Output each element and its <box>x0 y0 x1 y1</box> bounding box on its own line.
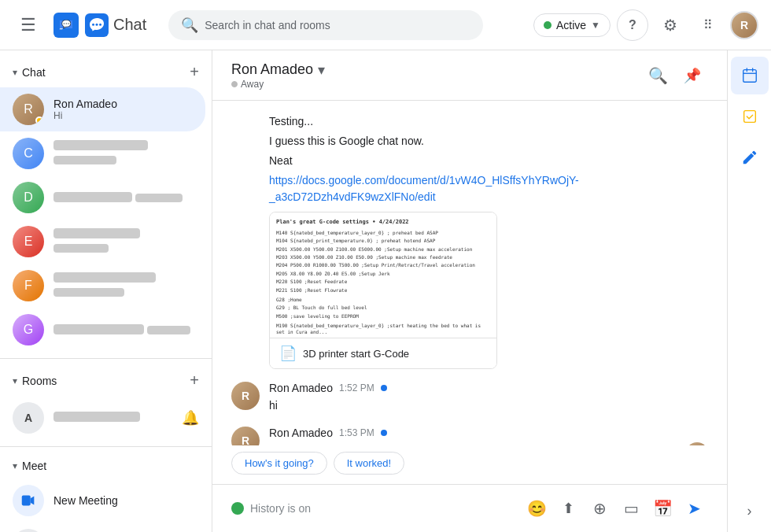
svg-point-3 <box>92 23 94 25</box>
upload-button[interactable]: ⬆ <box>554 494 582 523</box>
message-group: R Ron Amadeo 1:52 PM hi <box>231 382 708 414</box>
send-button[interactable]: ➤ <box>680 494 708 523</box>
chip-it-worked[interactable]: It worked! <box>334 452 404 475</box>
calendar-app-icon[interactable] <box>731 57 769 94</box>
new-meeting-item[interactable]: New Meeting <box>0 478 212 523</box>
emoji-button[interactable]: 😊 <box>522 494 551 523</box>
room-info <box>53 412 172 424</box>
rooms-section-header[interactable]: ▾ Rooms + <box>0 365 212 396</box>
chat-item[interactable]: R Ron Amadeo Hi <box>0 87 205 131</box>
add-room-button[interactable]: + <box>190 371 199 390</box>
tasks-app-icon[interactable] <box>731 98 769 135</box>
message-link[interactable]: https://docs.google.com/document/d/1vW4O… <box>269 172 708 205</box>
chat-section-header[interactable]: ▾ Chat + <box>0 57 212 87</box>
message-group: Testing... I guess this is Google chat n… <box>231 113 708 369</box>
chat-header-info: Ron Amadeo ▾ Away <box>231 61 642 90</box>
room-notify-icon[interactable]: 🔔 <box>182 409 199 427</box>
message-time: 1:53 PM <box>339 427 374 438</box>
chat-avatar: C <box>13 138 44 169</box>
chat-item[interactable]: F <box>0 264 205 308</box>
sender-avatar: R <box>231 427 260 445</box>
search-chat-button[interactable]: 🔍 <box>642 60 673 91</box>
svg-point-5 <box>99 23 101 25</box>
meet-chevron: ▾ <box>13 460 17 471</box>
status-button[interactable]: Active ▼ <box>533 13 611 37</box>
status-indicator <box>544 21 552 29</box>
message-group: R Ron Amadeo 1:53 PM Hi R <box>231 427 708 445</box>
messages-container: Testing... I guess this is Google chat n… <box>212 101 727 445</box>
message-text: Testing... <box>269 113 708 130</box>
search-icon: 🔍 <box>181 17 198 34</box>
status-label: Active <box>556 19 586 31</box>
avatar-initials: R <box>740 19 748 31</box>
doc-preview[interactable]: Plan's great G-code settings • 4/24/2022… <box>269 212 497 369</box>
input-actions: 😊 ⬆ ⊕ ▭ 📅 ➤ <box>522 494 708 523</box>
doc-icon: 📄 <box>279 345 297 362</box>
chat-logo-icon: 💬 <box>53 13 79 38</box>
chat-info <box>53 323 193 337</box>
expand-right-button[interactable]: › <box>741 497 758 526</box>
rooms-section-label: Rooms <box>22 375 57 387</box>
chat-section-label: Chat <box>22 66 46 79</box>
room-item[interactable]: A 🔔 <box>0 396 212 440</box>
add-chat-button[interactable]: + <box>190 63 199 81</box>
chat-avatar: G <box>13 314 44 345</box>
svg-rect-6 <box>22 496 31 506</box>
join-meeting-item[interactable]: Join a meeting <box>0 523 212 532</box>
chip-hows-it-going[interactable]: How's it going? <box>231 452 327 475</box>
chat-item[interactable]: G <box>0 308 205 352</box>
chat-avatar: F <box>13 270 44 301</box>
calendar-button[interactable]: 📅 <box>648 494 677 523</box>
meet-section-header[interactable]: ▾ Meet <box>0 453 212 478</box>
doc-title: 3D printer start G-Code <box>303 348 409 360</box>
svg-rect-9 <box>743 111 755 123</box>
rooms-section: ▾ Rooms + A 🔔 <box>0 358 212 446</box>
message-input[interactable]: History is on <box>250 499 516 518</box>
doc-preview-footer: 📄 3D printer start G-Code <box>270 338 496 368</box>
edit-app-icon[interactable] <box>731 139 769 176</box>
meet-section-label: Meet <box>22 460 46 472</box>
avatar-status <box>35 116 43 124</box>
user-avatar[interactable]: R <box>730 11 758 39</box>
message-content: Ron Amadeo 1:53 PM Hi R <box>269 427 708 445</box>
message-text: Neat <box>269 153 708 169</box>
video-button[interactable]: ▭ <box>617 494 645 523</box>
chat-info <box>53 228 193 255</box>
online-indicator <box>381 430 387 436</box>
message-sender: Ron Amadeo <box>269 427 333 439</box>
svg-text:💬: 💬 <box>61 19 72 29</box>
google-chat-icon <box>85 13 109 37</box>
message-text: hi <box>269 397 708 414</box>
search-bar[interactable]: 🔍 Search in chat and rooms <box>168 10 483 40</box>
room-icon: A <box>13 402 44 434</box>
chat-header-actions: 🔍 📌 <box>642 60 708 91</box>
chevron-down-icon: ▼ <box>591 20 600 31</box>
pin-button[interactable]: 📌 <box>677 60 708 91</box>
contact-status: Away <box>231 79 642 90</box>
new-meeting-label: New Meeting <box>53 494 118 507</box>
history-indicator <box>231 502 244 515</box>
search-placeholder: Search in chat and rooms <box>205 19 330 31</box>
chat-preview: Hi <box>53 110 193 121</box>
sender-avatar: R <box>231 382 260 410</box>
menu-icon[interactable]: ☰ <box>13 9 44 41</box>
chat-item[interactable]: E <box>0 220 205 264</box>
chat-avatar: R <box>13 94 44 125</box>
suggestion-chips: How's it going? It worked! <box>212 445 727 484</box>
message-sender: Ron Amadeo <box>269 382 333 394</box>
attach-button[interactable]: ⊕ <box>585 494 614 523</box>
online-indicator <box>381 385 387 391</box>
settings-icon-button[interactable]: ⚙ <box>655 9 686 41</box>
contact-name[interactable]: Ron Amadeo ▾ <box>231 61 642 79</box>
message-input-area: History is on 😊 ⬆ ⊕ ▭ 📅 ➤ <box>212 484 727 532</box>
chat-item[interactable]: C <box>0 131 205 175</box>
apps-icon-button[interactable]: ⠿ <box>692 9 724 41</box>
help-icon-button[interactable]: ? <box>617 9 648 41</box>
chat-avatar: E <box>13 226 44 257</box>
chat-info: Ron Amadeo Hi <box>53 98 193 121</box>
new-meeting-icon <box>13 485 44 516</box>
message-time: 1:52 PM <box>339 382 374 393</box>
status-circle-icon <box>231 81 238 87</box>
chat-section-chevron: ▾ <box>13 67 17 78</box>
chat-item[interactable]: D <box>0 175 205 220</box>
